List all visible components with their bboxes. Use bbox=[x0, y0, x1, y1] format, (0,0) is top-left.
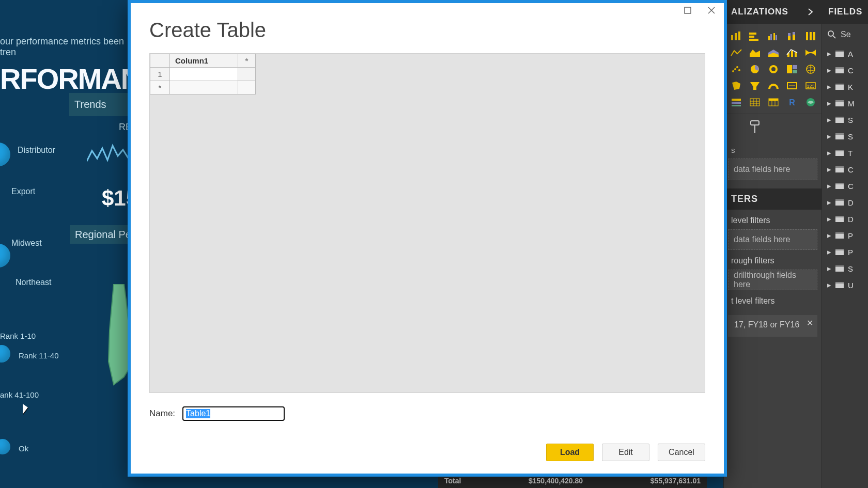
visualizations-header[interactable]: ALIZATIONS bbox=[724, 0, 822, 24]
label-rank-41-100: ank 41-100 bbox=[0, 390, 39, 399]
field-table-item[interactable]: ▸C bbox=[822, 178, 868, 194]
add-column-button[interactable]: * bbox=[238, 54, 256, 68]
chevron-right-icon: ▸ bbox=[827, 181, 831, 191]
fields-search-row[interactable]: Se bbox=[822, 24, 868, 45]
table-icon bbox=[835, 100, 844, 106]
cell-r1-c1[interactable] bbox=[170, 68, 238, 81]
table-name-input[interactable] bbox=[182, 406, 285, 421]
load-button[interactable]: Load bbox=[546, 444, 594, 461]
viz-combo-icon[interactable] bbox=[783, 44, 801, 61]
field-label: D bbox=[848, 198, 854, 207]
viz-100-stacked-icon[interactable] bbox=[801, 28, 820, 44]
table-icon bbox=[835, 67, 844, 73]
fields-header[interactable]: FIELDS bbox=[822, 0, 868, 24]
table-icon bbox=[835, 84, 844, 90]
field-table-item[interactable]: ▸S bbox=[822, 128, 868, 145]
fiscal-year-filter-card[interactable]: ✕ 17, FY18 or FY16 bbox=[728, 315, 817, 337]
field-table-item[interactable]: ▸C bbox=[822, 62, 868, 78]
svg-text:R: R bbox=[789, 98, 795, 107]
data-entry-grid[interactable]: Column1 * 1 * bbox=[149, 53, 705, 393]
field-label: D bbox=[848, 215, 854, 224]
viz-clustered-column-icon[interactable] bbox=[764, 28, 783, 44]
field-table-item[interactable]: ▸U bbox=[822, 277, 868, 293]
viz-gauge-icon[interactable] bbox=[764, 77, 783, 94]
cancel-button[interactable]: Cancel bbox=[658, 444, 705, 461]
field-label: S bbox=[848, 132, 853, 141]
svg-point-26 bbox=[771, 67, 776, 71]
viz-kpi-icon[interactable]: 123 bbox=[801, 77, 820, 94]
svg-line-54 bbox=[833, 36, 835, 38]
drillthrough-drop-well[interactable]: drillthrough fields here bbox=[728, 270, 817, 290]
field-label: U bbox=[848, 281, 854, 290]
viz-ribbon-icon[interactable] bbox=[801, 44, 820, 61]
viz-card-icon[interactable] bbox=[783, 77, 801, 94]
values-drop-well[interactable]: data fields here bbox=[728, 159, 817, 180]
viz-treemap-icon[interactable] bbox=[783, 61, 801, 77]
field-table-item[interactable]: ▸T bbox=[822, 145, 868, 161]
table-icon bbox=[835, 199, 844, 206]
viz-scatter-icon[interactable] bbox=[727, 61, 746, 77]
viz-clustered-bar-icon[interactable] bbox=[746, 28, 764, 44]
cell-new-c1[interactable] bbox=[170, 81, 238, 95]
svg-rect-51 bbox=[751, 121, 759, 125]
drillthrough-filters-label: rough filters bbox=[724, 250, 822, 267]
visualizations-header-text: ALIZATIONS bbox=[731, 7, 788, 17]
legend-dot-ok bbox=[0, 439, 10, 454]
viz-funnel-icon[interactable] bbox=[746, 77, 764, 94]
viz-table-icon[interactable] bbox=[746, 94, 764, 111]
field-table-item[interactable]: ▸D bbox=[822, 194, 868, 211]
viz-stacked-bar-icon[interactable] bbox=[727, 28, 746, 44]
report-level-filters-label: t level filters bbox=[724, 290, 822, 308]
svg-rect-46 bbox=[769, 99, 778, 101]
field-table-item[interactable]: ▸A bbox=[822, 45, 868, 62]
viz-donut-icon[interactable] bbox=[764, 61, 783, 77]
field-table-item[interactable]: ▸S bbox=[822, 260, 868, 277]
field-table-item[interactable]: ▸D bbox=[822, 211, 868, 227]
viz-line-icon[interactable] bbox=[727, 44, 746, 61]
svg-rect-14 bbox=[806, 32, 808, 40]
chevron-right-icon: ▸ bbox=[827, 115, 831, 124]
field-table-item[interactable]: ▸M bbox=[822, 95, 868, 112]
new-row-indicator[interactable]: * bbox=[150, 81, 170, 95]
label-midwest: Midwest bbox=[11, 239, 42, 248]
svg-rect-29 bbox=[793, 70, 797, 73]
close-button[interactable] bbox=[705, 5, 718, 15]
viz-arcgis-icon[interactable] bbox=[801, 94, 820, 111]
legend-dot-midwest bbox=[0, 244, 10, 267]
edit-button[interactable]: Edit bbox=[602, 444, 649, 461]
table-icon bbox=[835, 265, 844, 272]
viz-r-script-icon[interactable]: R bbox=[783, 94, 801, 111]
field-table-item[interactable]: ▸S bbox=[822, 112, 868, 128]
svg-rect-4 bbox=[749, 36, 754, 38]
legend-distributor: Distributor bbox=[18, 146, 55, 155]
viz-map-icon[interactable] bbox=[801, 61, 820, 77]
dialog-titlebar bbox=[131, 3, 724, 15]
column-header-1[interactable]: Column1 bbox=[170, 54, 238, 68]
viz-matrix-icon[interactable] bbox=[764, 94, 783, 111]
svg-text:123: 123 bbox=[807, 84, 814, 89]
viz-pie-icon[interactable] bbox=[746, 61, 764, 77]
chevron-right-icon: ▸ bbox=[827, 82, 831, 91]
field-table-item[interactable]: ▸P bbox=[822, 244, 868, 260]
maximize-button[interactable] bbox=[681, 5, 694, 15]
field-label: P bbox=[848, 231, 853, 240]
viz-stacked-column-icon[interactable] bbox=[783, 28, 801, 44]
format-paint-roller-icon[interactable] bbox=[749, 120, 762, 135]
viz-stacked-area-icon[interactable] bbox=[764, 44, 783, 61]
corner-cell bbox=[150, 54, 170, 68]
filter-card-close-icon[interactable]: ✕ bbox=[807, 318, 813, 328]
svg-rect-9 bbox=[776, 35, 777, 40]
viz-slicer-icon[interactable] bbox=[727, 94, 746, 111]
field-label: M bbox=[848, 99, 855, 108]
viz-area-icon[interactable] bbox=[746, 44, 764, 61]
maximize-icon bbox=[684, 7, 691, 14]
viz-filled-map-icon[interactable] bbox=[727, 77, 746, 94]
name-label: Name: bbox=[149, 408, 175, 419]
chevron-right-icon bbox=[807, 8, 814, 15]
svg-rect-7 bbox=[770, 34, 772, 40]
page-filters-drop-well[interactable]: data fields here bbox=[728, 229, 817, 250]
field-table-item[interactable]: ▸C bbox=[822, 161, 868, 178]
svg-point-23 bbox=[734, 68, 736, 70]
field-table-item[interactable]: ▸K bbox=[822, 78, 868, 95]
field-table-item[interactable]: ▸P bbox=[822, 227, 868, 244]
